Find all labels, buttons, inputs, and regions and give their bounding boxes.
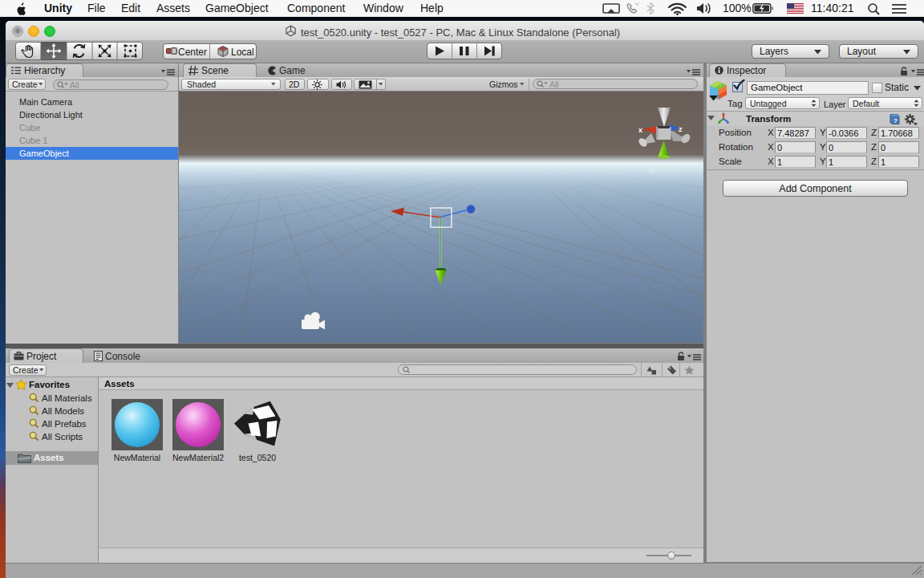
svg-text:z: z	[679, 125, 683, 133]
svg-text:?: ?	[894, 117, 898, 124]
svg-text:x: x	[638, 126, 642, 134]
svg-text:Persp: Persp	[659, 167, 679, 176]
